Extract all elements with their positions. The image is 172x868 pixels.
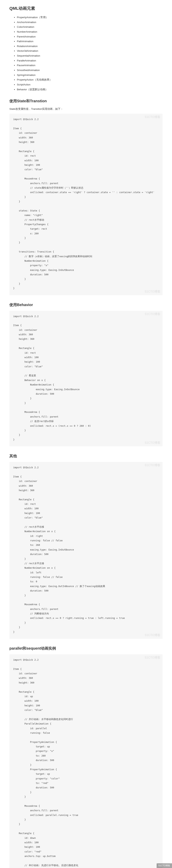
code-content: import QtQuick 2.2 Item { id: container … (13, 465, 159, 634)
list-item: PauseAnimation (17, 63, 163, 68)
code-block-parallel-sequential: 51CTO博客 import QtQuick 2.2 Item { id: co… (9, 654, 163, 868)
code-block-state-transition: 51CTO博客 import QtQuick 2.2 Item { id: co… (9, 114, 163, 295)
section-heading-state-transition: 使用State和Transtion (9, 98, 163, 103)
list-item: AnchorAnimation (17, 20, 163, 25)
list-item: ParalleAnimation (17, 58, 163, 63)
list-item: NumberAnimation (17, 29, 163, 34)
list-item: SmoothedAnimation (17, 68, 163, 73)
list-item: ColorAnimation (17, 25, 163, 29)
list-item: PropertyAction（无动画效果） (17, 78, 163, 82)
page-title: QML动画元素 (9, 6, 163, 11)
list-item: PathAnimation (17, 39, 163, 44)
code-block-behavior: 51CTO博客 import QtQuick 2.2 Item { id: co… (9, 311, 163, 446)
list-item: SequentialAnimation (17, 53, 163, 58)
list-item: SpringAnimation (17, 73, 163, 78)
code-block-other: 51CTO博客 import QtQuick 2.2 Item { id: co… (9, 462, 163, 639)
code-content: import QtQuick 2.2 Item { id: container … (13, 314, 159, 442)
section-heading-other: 其他 (9, 454, 163, 459)
footer-badge: 51CTO博客 (156, 863, 172, 868)
section-intro: State改变属性值，Transition实现动画，如下： (9, 107, 163, 111)
list-item: RotationAnimation (17, 44, 163, 49)
list-item: Behavior（设置默认动画） (17, 87, 163, 92)
code-content: import QtQuick 2.2 Item { id: container … (13, 658, 159, 868)
section-heading-parallel-sequential: parallet和sequent动画实例 (9, 646, 163, 651)
section-heading-behavior: 使用Behavior (9, 302, 163, 307)
list-item: Vector3dAnimation (17, 49, 163, 53)
code-content: import QtQuick 2.2 Item { id: container … (13, 117, 159, 290)
list-item: ScriptAction (17, 82, 163, 87)
list-item: PropertyAnimation（常用） (17, 15, 163, 20)
animation-types-list: PropertyAnimation（常用） AnchorAnimation Co… (9, 15, 163, 92)
list-item: ParentAnimation (17, 34, 163, 39)
